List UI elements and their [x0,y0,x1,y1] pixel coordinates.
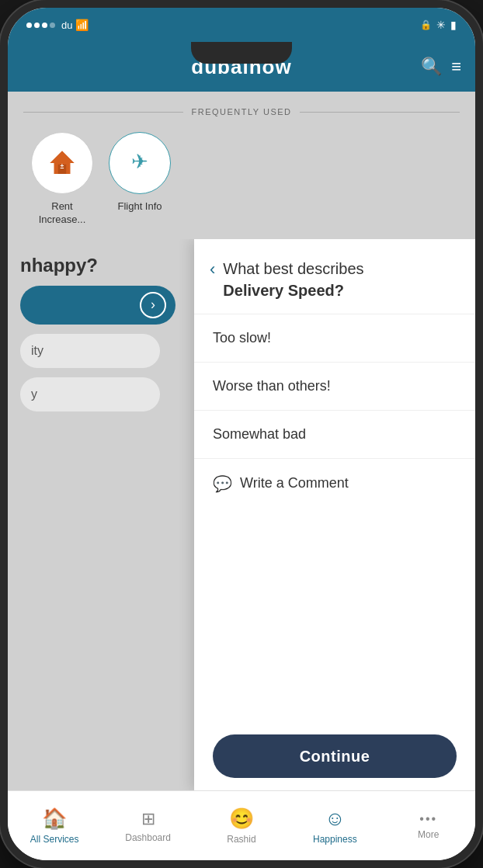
service-icons-row: ± RentIncrease... ✈ Flight Info [23,132,460,227]
rent-label: RentIncrease... [39,200,86,227]
phone-frame: du 📶 🔒 ✳ ▮ dubainow 🔍 ≡ FREQUENTLY USED [0,0,483,868]
nav-dashboard-label: Dashboard [125,832,171,843]
nav-happiness[interactable]: ☺ Happiness [308,807,362,845]
bottom-nav: 🏠 All Services ⊞ Dashboard 😊 Rashid ☺ Ha… [8,790,475,860]
header-actions: 🔍 ≡ [421,57,461,77]
frequently-used-section: FREQUENTLY USED ± RentIncrease... [8,92,475,239]
nav-all-services-label: All Services [30,834,79,845]
flight-label: Flight Info [117,200,162,214]
option-worse-than-others[interactable]: Worse than others! [194,363,475,411]
option-worse-label: Worse than others! [213,378,331,394]
dot3 [42,23,47,28]
more-icon: ••• [419,812,437,826]
home-icon: 🏠 [42,807,67,831]
right-arrow-icon: › [151,297,155,313]
nav-more-label: More [418,829,439,840]
unhappy-text: nhappy? [20,255,98,276]
nav-all-services[interactable]: 🏠 All Services [27,807,82,845]
gray-pill-1[interactable]: ity [20,334,160,368]
status-right: 🔒 ✳ ▮ [420,19,457,31]
flight-icon-circle: ✈ [109,132,171,194]
nav-rashid-label: Rashid [227,834,255,845]
pill-label-1: ity [31,344,43,358]
status-bar: du 📶 🔒 ✳ ▮ [8,8,475,42]
main-content: FREQUENTLY USED ± RentIncrease... [8,92,475,790]
question-subject: Delivery Speed? [223,282,344,299]
dashboard-icon: ⊞ [141,809,155,829]
status-left: du 📶 [26,19,89,31]
pill-label-2: y [31,387,37,401]
comment-icon: 💬 [213,474,232,493]
nav-more[interactable]: ••• More [401,812,456,840]
battery-icon: ▮ [450,19,457,31]
svg-text:✈: ✈ [131,150,148,173]
dot1 [26,23,32,28]
unhappy-title: nhappy? [20,255,205,276]
menu-icon[interactable]: ≡ [451,57,461,77]
option-somewhat-bad-label: Somewhat bad [213,426,306,442]
happiness-icon: ☺ [325,807,346,831]
continue-btn-area: Continue [194,722,475,790]
back-button[interactable]: ‹ [210,259,215,279]
wifi-icon: 📶 [75,19,89,31]
write-comment-option[interactable]: 💬 Write a Comment [194,459,475,509]
rent-icon-circle: ± [31,132,93,194]
nav-rashid[interactable]: 😊 Rashid [214,807,269,845]
rashid-icon: 😊 [229,807,254,831]
dot2 [34,23,40,28]
service-item-rent[interactable]: ± RentIncrease... [31,132,93,227]
left-panel: nhappy? › ity y [8,239,217,790]
svg-text:±: ± [61,162,64,170]
section-label: FREQUENTLY USED [191,107,291,116]
nav-happiness-label: Happiness [313,834,357,845]
bluetooth-icon: ✳ [436,19,446,31]
notch [191,42,292,64]
option-too-slow-label: Too slow! [213,330,271,345]
nav-dashboard[interactable]: ⊞ Dashboard [121,809,175,843]
dropdown-title: What best describes Delivery Speed? [223,258,363,301]
service-item-flight[interactable]: ✈ Flight Info [109,132,171,227]
write-comment-label: Write a Comment [240,475,349,491]
dropdown-options: Too slow! Worse than others! Somewhat ba… [194,314,475,509]
option-somewhat-bad[interactable]: Somewhat bad [194,411,475,459]
section-divider: FREQUENTLY USED [23,107,460,116]
dropdown-header: ‹ What best describes Delivery Speed? [194,239,475,314]
carrier-name: du [61,19,72,31]
arrow-circle: › [140,292,166,318]
background-area: nhappy? › ity y ‹ W [8,239,475,790]
flight-info-icon: ✈ [123,147,156,179]
divider-right [300,112,460,113]
divider-left [23,112,183,113]
search-icon[interactable]: 🔍 [421,57,442,77]
signal-dots [26,23,55,28]
question-prefix: What best describes [223,260,363,277]
dropdown-panel: ‹ What best describes Delivery Speed? To… [194,239,475,790]
gray-pill-2[interactable]: y [20,377,160,411]
lock-icon: 🔒 [420,19,432,30]
continue-button[interactable]: Continue [213,734,457,778]
rent-increase-icon: ± [46,147,78,179]
teal-pill[interactable]: › [20,286,175,325]
option-too-slow[interactable]: Too slow! [194,314,475,363]
